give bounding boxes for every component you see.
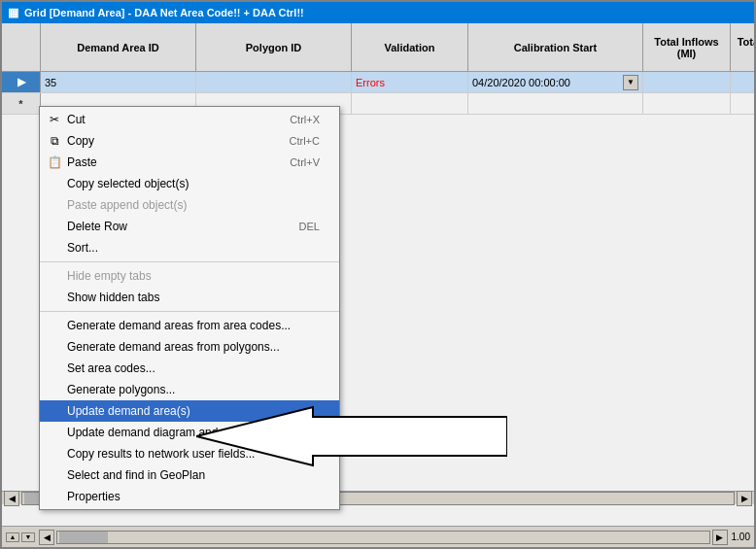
cell-demand-area-1[interactable]: 35 — [41, 72, 196, 92]
col-header-total-outflows: Total Outflows (MI) — [731, 23, 754, 71]
cell-inflows-2 — [643, 93, 731, 114]
cell-calibration-1[interactable]: 04/20/2020 00:00:00 ▼ — [468, 72, 643, 92]
h-scroll-right-bottom[interactable]: ▶ — [712, 530, 728, 545]
col-header-total-inflows: Total Inflows (MI) — [643, 23, 731, 71]
copy-icon: ⧉ — [46, 134, 63, 148]
context-menu[interactable]: ✂ Cut Ctrl+X ⧉ Copy Ctrl+C 📋 Paste Ctrl+… — [39, 106, 340, 510]
scroll-left-btn[interactable]: ◀ — [4, 491, 19, 506]
menu-item-cut[interactable]: ✂ Cut Ctrl+X — [40, 109, 339, 130]
title-bar-icon: ▦ — [8, 6, 18, 19]
bottom-h-thumb[interactable] — [59, 532, 108, 543]
row-arrow-icon: ▶ — [17, 76, 25, 88]
cut-icon: ✂ — [46, 113, 63, 126]
col-header-polygon-id: Polygon ID — [196, 23, 352, 71]
row-info: 1.00 — [732, 532, 750, 542]
col-header-calibration-start: Calibration Start — [468, 23, 643, 71]
menu-item-set-area-codes[interactable]: Set area codes... — [40, 358, 339, 379]
col-header-rownum — [2, 23, 41, 71]
menu-item-delete-row[interactable]: Delete Row DEL — [40, 216, 339, 237]
nav-down-btn[interactable]: ▼ — [21, 532, 35, 542]
scroll-right-btn[interactable]: ▶ — [737, 491, 752, 506]
menu-item-properties[interactable]: Properties — [40, 486, 339, 507]
row-indicator-1: ▶ — [2, 72, 41, 92]
menu-item-sort[interactable]: Sort... — [40, 237, 339, 258]
cell-calibration-2 — [468, 93, 643, 114]
menu-item-select-geoplan[interactable]: Select and find in GeoPlan — [40, 464, 339, 486]
menu-item-copy[interactable]: ⧉ Copy Ctrl+C — [40, 130, 339, 152]
main-window: ▦ Grid [Demand Area] - DAA Net Area Code… — [0, 0, 756, 549]
menu-item-show-hidden-tabs[interactable]: Show hidden tabs — [40, 287, 339, 308]
row-indicator-2: * — [2, 93, 41, 114]
cell-outflows-2 — [731, 93, 754, 114]
window-title: Grid [Demand Area] - DAA Net Area Code!!… — [24, 7, 304, 18]
cell-validation-2 — [352, 93, 468, 114]
grid-header: Demand Area ID Polygon ID Validation Cal… — [2, 23, 754, 72]
cell-polygon-1 — [196, 72, 352, 92]
menu-item-hide-empty-tabs: Hide empty tabs — [40, 265, 339, 287]
grid-area: Demand Area ID Polygon ID Validation Cal… — [2, 23, 754, 526]
cell-inflows-1 — [643, 72, 731, 92]
menu-item-copy-results[interactable]: Copy results to network user fields... — [40, 443, 339, 464]
table-row[interactable]: ▶ 35 Errors 04/20/2020 00:00:00 ▼ ▼ — [2, 72, 754, 93]
menu-item-update-demand-areas[interactable]: Update demand area(s) — [40, 400, 339, 422]
menu-item-copy-selected[interactable]: Copy selected object(s) — [40, 173, 339, 194]
col-header-demand-area-id: Demand Area ID — [41, 23, 196, 71]
cal-start-dropdown-1[interactable]: ▼ — [623, 75, 638, 90]
title-bar: ▦ Grid [Demand Area] - DAA Net Area Code… — [2, 2, 754, 23]
menu-item-paste-append: Paste append object(s) — [40, 194, 339, 216]
bottom-h-track[interactable] — [56, 531, 710, 544]
menu-separator-2 — [40, 311, 339, 312]
menu-item-update-diagram[interactable]: Update demand diagram and ne... — [40, 422, 339, 443]
menu-separator-1 — [40, 261, 339, 262]
col-header-validation: Validation — [352, 23, 468, 71]
new-row-icon: * — [18, 98, 22, 110]
cell-outflows-1: ▼ — [731, 72, 754, 92]
paste-icon: 📋 — [46, 155, 63, 169]
menu-item-generate-area-codes[interactable]: Generate demand areas from area codes... — [40, 315, 339, 336]
menu-item-paste[interactable]: 📋 Paste Ctrl+V — [40, 152, 339, 173]
h-scroll-left-bottom[interactable]: ◀ — [39, 530, 54, 545]
bottom-bar: ▲ ▼ ◀ ▶ 1.00 — [2, 526, 754, 547]
menu-item-gen-polygons[interactable]: Generate polygons... — [40, 379, 339, 400]
menu-item-generate-polygons[interactable]: Generate demand areas from polygons... — [40, 336, 339, 358]
cell-validation-1: Errors — [352, 72, 468, 92]
nav-up-btn[interactable]: ▲ — [6, 532, 19, 542]
